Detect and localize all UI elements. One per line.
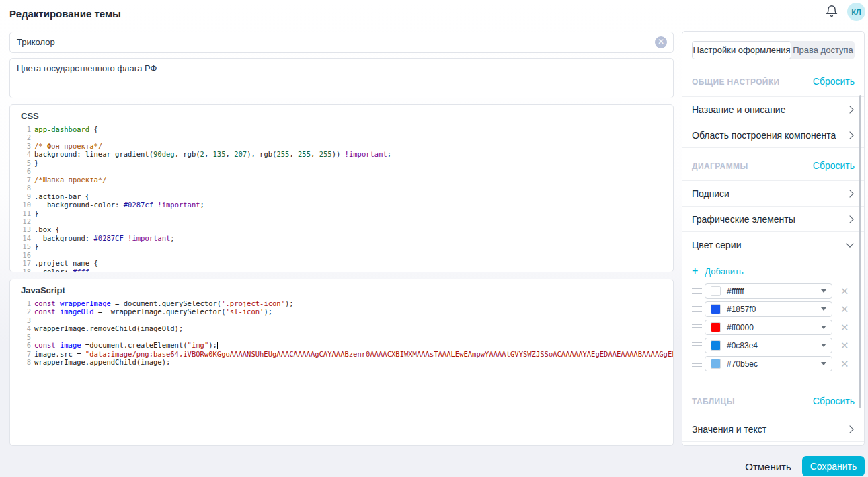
code-line: 7image.src = "data:image/png;base64,iVBO… [10,350,673,358]
code-line: 14 background: #0287CF !important; [10,234,673,242]
code-line: 17.project-name { [10,259,673,267]
line-number: 7 [10,176,31,184]
chevron-right-icon [846,425,853,433]
code-line: 8wrapperImage.appendChild(image); [10,358,673,366]
drag-handle-icon[interactable] [692,324,702,331]
series-color-row: #1857f0✕ [692,300,855,318]
sidebar-item-component-area[interactable]: Область построения компонента [682,122,864,148]
line-number: 18 [10,268,31,272]
chevron-right-icon [846,215,853,223]
code-line: 18 color: #fff [10,268,673,272]
line-number: 1 [10,125,31,133]
js-editor-label: JavaScript [10,279,673,299]
plus-icon: + [692,265,698,277]
code-line: 16 [10,251,673,259]
sidebar-item-labels[interactable]: Подписи [682,181,864,207]
sidebar-item-series-color[interactable]: Цвет серии [682,232,864,258]
group-general-settings: ОБЩИЕ НАСТРОЙКИ Сбросить [682,59,864,97]
code-line: 5 [10,333,673,341]
dropdown-caret-icon [821,289,826,293]
tab-appearance-settings[interactable]: Настройки оформления [692,41,791,59]
tab-access-rights[interactable]: Права доступа [791,41,855,59]
sidebar-item-values-text[interactable]: Значения и текст [682,416,864,442]
line-number: 2 [10,307,31,316]
drag-handle-icon[interactable] [692,342,702,349]
remove-color-icon[interactable]: ✕ [840,340,849,351]
remove-color-icon[interactable]: ✕ [840,286,849,296]
line-number: 15 [10,242,31,250]
series-color-row: #ff0000✕ [692,318,855,336]
line-number: 7 [10,350,31,358]
cancel-button[interactable]: Отменить [740,457,797,475]
line-number: 16 [10,251,31,259]
group-diagrams: ДИАГРАММЫ Сбросить [682,148,864,181]
chevron-down-icon [846,240,853,247]
reset-general-link[interactable]: Сбросить [813,76,855,87]
drag-handle-icon[interactable] [692,306,702,313]
line-number: 8 [10,184,31,192]
series-color-row: #70b5ec✕ [692,355,855,373]
sidebar-item-name-description[interactable]: Название и описание [682,97,864,122]
css-code-editor[interactable]: 1app-dashboard {23/* Фон проекта*/4backg… [10,125,673,272]
code-line: 3/* Фон проекта*/ [10,142,673,150]
page-title: Редактирование темы [9,8,121,20]
code-line: 6const image =document.createElement("im… [10,341,673,349]
save-button[interactable]: Сохранить [802,456,865,476]
theme-name-input[interactable]: Триколор ✕ [9,32,674,53]
settings-sidebar: Настройки оформления Права доступа ОБЩИЕ… [682,31,865,446]
reset-diagrams-link[interactable]: Сбросить [813,160,855,171]
drag-handle-icon[interactable] [692,288,702,295]
add-color-button[interactable]: + Добавить [692,263,855,279]
line-number: 10 [10,200,31,209]
line-number: 13 [10,225,31,233]
reset-tables-link[interactable]: Сбросить [813,396,855,406]
avatar[interactable]: КЛ [847,3,865,21]
dropdown-caret-icon [821,326,826,329]
sidebar-scrollbar[interactable] [859,95,861,408]
remove-color-icon[interactable]: ✕ [840,322,849,332]
code-line: 4wrapperImage.removeChild(imageOld); [10,324,673,332]
color-hex-value: #0c83e4 [727,341,821,351]
color-select[interactable]: #0c83e4 [705,338,832,353]
color-select[interactable]: #ffffff [705,283,832,299]
js-code-editor[interactable]: 1const wrapperImage = document.querySele… [10,299,673,445]
color-select[interactable]: #70b5ec [705,356,832,371]
text-caret [217,342,218,349]
code-line: 6 [10,167,673,175]
line-number: 9 [10,192,31,200]
theme-description-value: Цвета государственного флага РФ [17,63,157,73]
remove-color-icon[interactable]: ✕ [840,304,849,314]
group-title: ОБЩИЕ НАСТРОЙКИ [692,77,780,87]
theme-description-input[interactable]: Цвета государственного флага РФ [9,58,674,98]
code-line: 7/*Шапка проекта*/ [10,176,673,184]
css-editor-label: CSS [10,105,673,125]
code-line: 11} [10,209,673,217]
color-hex-value: #70b5ec [727,359,821,369]
chevron-right-icon [846,190,853,197]
color-hex-value: #ffffff [727,287,821,296]
clear-input-icon[interactable]: ✕ [655,36,667,48]
remove-color-icon[interactable]: ✕ [840,359,849,369]
color-swatch [711,304,721,314]
series-color-list: #ffffff✕#1857f0✕#ff0000✕#0c83e4✕#70b5ec✕ [692,282,855,373]
sidebar-item-graphic-elements[interactable]: Графические элементы [682,207,864,232]
color-swatch [711,322,721,332]
code-line: 10 background-color: #0287cf !important; [10,200,673,209]
line-number: 5 [10,333,31,341]
line-number: 6 [10,341,31,349]
chevron-right-icon [846,131,853,139]
color-hex-value: #1857f0 [727,305,821,314]
dropdown-caret-icon [821,362,826,365]
line-number: 2 [10,133,31,141]
theme-name-value: Триколор [17,32,55,52]
notifications-bell-icon[interactable] [825,5,838,18]
color-select[interactable]: #ff0000 [705,320,832,335]
group-title: ДИАГРАММЫ [692,161,748,171]
js-editor-panel: JavaScript 1const wrapperImage = documen… [9,279,674,446]
color-select[interactable]: #1857f0 [705,301,832,317]
css-editor-panel: CSS 1app-dashboard {23/* Фон проекта*/4b… [9,104,674,272]
drag-handle-icon[interactable] [692,361,702,367]
dropdown-caret-icon [821,344,826,347]
line-number: 4 [10,324,31,332]
group-tables: ТАБЛИЦЫ Сбросить [682,383,864,416]
